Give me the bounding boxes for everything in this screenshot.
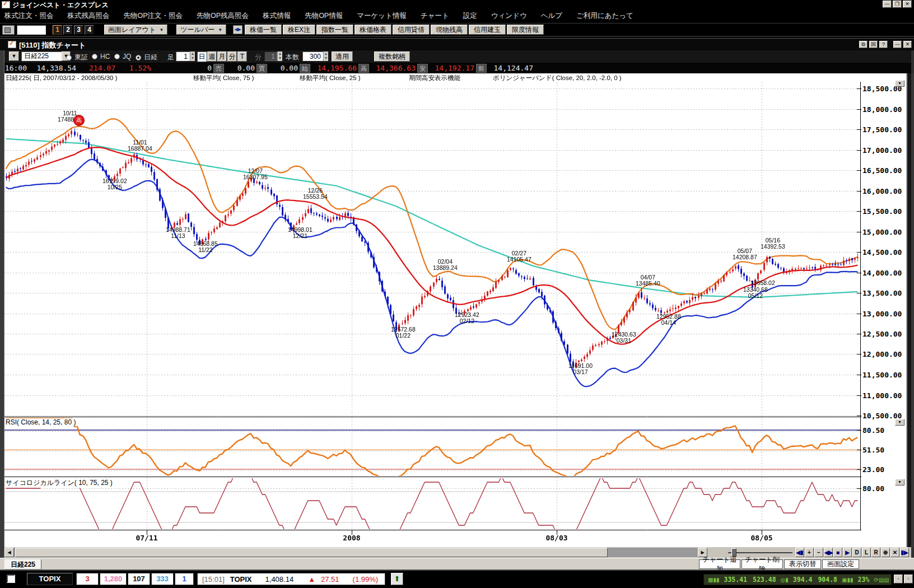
chart-nav-button[interactable]: ▶	[843, 548, 852, 557]
help-icon[interactable]: ?	[879, 41, 888, 48]
index-quote-box: [15:01] TOPIX 1,408.14 ▲ 27.51 (1.99%)	[197, 573, 385, 585]
price-tick-label: 14,500.00	[862, 248, 905, 256]
radio-icon	[136, 55, 141, 60]
symbol-code-input[interactable]	[17, 25, 46, 35]
market-count-box[interactable]: 1	[175, 573, 194, 585]
layout-button-1[interactable]: 1	[53, 25, 62, 35]
period-button-T[interactable]: T	[237, 52, 247, 62]
screen-layout-dropdown[interactable]: 画面レイアウト▼	[104, 25, 167, 35]
chart-nav-button[interactable]: ◀▶	[824, 548, 833, 557]
collapse-main-pane-icon[interactable]: ▼	[895, 80, 904, 87]
split-arrows-icon[interactable]: ◀▶	[233, 25, 243, 34]
minute-value: 1	[264, 52, 277, 61]
chevron-down-icon[interactable]: ▼	[9, 52, 19, 61]
market-count-box[interactable]: 333	[151, 573, 174, 585]
collapse-rsi-pane-icon[interactable]: ▼	[895, 419, 904, 426]
symbol-combo[interactable]: 日経225 ▼	[21, 52, 71, 61]
footer-button[interactable]: 表示切替	[784, 559, 821, 569]
quick-button[interactable]: 株価一覧	[245, 25, 282, 35]
market-count-box[interactable]: 1,280	[100, 573, 127, 585]
menu-item[interactable]: 株式注文・照会	[4, 11, 54, 21]
menu-item[interactable]: 先物OP情報	[305, 11, 343, 21]
close-icon[interactable]: ✕	[903, 41, 912, 48]
period-button-日[interactable]: 日	[197, 52, 207, 62]
collapse-psych-pane-icon[interactable]: ▼	[895, 479, 904, 486]
toolbar-dropdown[interactable]: ツールバー▼	[176, 25, 226, 35]
menu-item[interactable]: マーケット情報	[357, 11, 407, 21]
layout-button-4[interactable]: 4	[85, 25, 94, 35]
chart-nav-button[interactable]: ▮▶	[900, 548, 909, 557]
menu-item[interactable]: ご利用にあたって	[576, 11, 633, 21]
chart-nav-button[interactable]: ⊕	[881, 548, 890, 557]
spinner-icon[interactable]: ▲▼	[190, 52, 195, 61]
minimize-icon[interactable]: —	[893, 41, 902, 48]
monitor-value: 394.4	[793, 576, 813, 584]
footer-button[interactable]: 画面設定	[822, 559, 859, 569]
taskbar-icon[interactable]: ▫	[894, 575, 903, 584]
apply-button[interactable]: 適用	[332, 52, 353, 62]
spinner-icon[interactable]: ▲▼	[323, 52, 328, 61]
layout-button-3[interactable]: 3	[74, 25, 83, 35]
screen-layout-label: 画面レイアウト	[108, 25, 156, 35]
layout-button-2[interactable]: 2	[63, 25, 73, 35]
quick-button[interactable]: 信用建玉	[469, 25, 506, 35]
period-button-月[interactable]: 月	[217, 52, 227, 62]
quick-button[interactable]: 限度情報	[507, 25, 544, 35]
market-radio-日経[interactable]: 日経	[136, 53, 157, 62]
menu-item[interactable]: 株式情報	[263, 11, 291, 21]
bar-count-input[interactable]: 300▲▼	[302, 52, 328, 61]
scroll-left-icon[interactable]: ◀	[4, 548, 14, 557]
market-radio-JQ[interactable]: JQ	[114, 53, 131, 60]
market-count-box[interactable]: 3	[76, 573, 99, 585]
statusbar-checkbox[interactable]	[7, 575, 15, 583]
chart-nav-button[interactable]: +	[805, 548, 814, 557]
chart-nav-button[interactable]: ■	[833, 548, 842, 557]
quick-button[interactable]: 指数一覧	[316, 25, 353, 35]
market-radio-東証[interactable]: 東証	[66, 53, 88, 62]
new-window-icon[interactable]: ⧉	[859, 41, 868, 48]
quote-time: [15:01]	[202, 575, 225, 584]
chart-nav-button[interactable]: −	[814, 548, 823, 557]
menu-item[interactable]: 先物OP注文・照会	[124, 11, 183, 21]
footer-button[interactable]: チャート削除	[742, 559, 783, 569]
duplicate-icon[interactable]: 回	[869, 41, 878, 48]
period-button-分[interactable]: 分	[227, 52, 237, 62]
quick-button[interactable]: 株価格表	[355, 25, 391, 35]
chart-nav-button[interactable]: ✕	[890, 548, 899, 557]
bar-interval-input[interactable]: 1▲▼	[176, 52, 195, 61]
scrollbar-thumb[interactable]	[15, 548, 608, 557]
restore-icon[interactable]: ❐	[893, 1, 902, 8]
taskbar-icon[interactable]: ▫	[904, 575, 913, 584]
multi-symbol-button[interactable]: 複数銘柄	[374, 52, 410, 62]
market-radio-HC[interactable]: HC	[92, 53, 110, 60]
expand-up-icon[interactable]: ⬆	[391, 573, 403, 585]
index-name-box[interactable]: TOPIX	[27, 573, 73, 585]
quick-button[interactable]: 信用貸借	[393, 25, 430, 35]
menu-item[interactable]: ヘルプ	[541, 11, 562, 21]
market-count-box[interactable]: 107	[128, 573, 150, 585]
chart-nav-button[interactable]: L	[862, 548, 871, 557]
chart-nav-button[interactable]: ◀▮	[795, 548, 804, 557]
menu-item[interactable]: 先物OP残高照会	[197, 11, 249, 21]
tab-nikkei225[interactable]: 日経225	[4, 559, 41, 570]
menu-item[interactable]: チャート	[421, 11, 449, 21]
menu-item[interactable]: 株式残高照会	[68, 11, 110, 21]
close-icon[interactable]: ✕	[903, 1, 912, 8]
window-layout-icon[interactable]	[2, 25, 15, 35]
menu-item[interactable]: 設定	[463, 11, 477, 21]
volume: 0	[151, 64, 212, 72]
bar-width-slider[interactable]	[728, 552, 792, 553]
quick-button[interactable]: 現物残高	[431, 25, 468, 35]
menu-item[interactable]: ウィンドウ	[491, 11, 527, 21]
footer-button[interactable]: チャート追加	[699, 559, 740, 569]
radio-icon	[66, 55, 72, 60]
chart-nav-button[interactable]: R	[871, 548, 880, 557]
high-price: 14,366.63	[371, 64, 416, 72]
monitor-value: 904.8	[818, 576, 837, 584]
quote-row: 16:00 14,338.54 214.07 1.52% 0 売 0.00 買 …	[0, 63, 914, 73]
period-button-週[interactable]: 週	[207, 52, 217, 62]
quick-button[interactable]: 株EX注	[283, 25, 315, 35]
legend-item: ボリンジャーバンド( Close, 20, 2.0, -2.0, 0 )	[493, 74, 622, 82]
chart-nav-button[interactable]: D	[852, 548, 861, 557]
minimize-icon[interactable]: —	[883, 1, 892, 8]
